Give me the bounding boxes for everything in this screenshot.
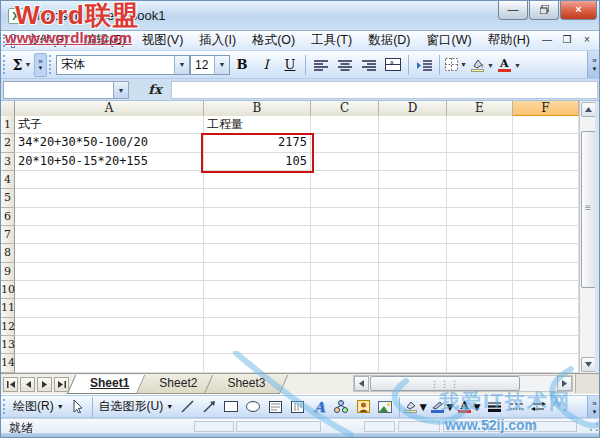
cell-A7[interactable] <box>15 226 204 244</box>
maximize-button[interactable] <box>529 1 559 20</box>
cell-D9[interactable] <box>379 263 447 281</box>
scroll-left-button[interactable] <box>354 376 369 391</box>
menu-item-T[interactable]: 工具(T) <box>303 30 360 51</box>
menu-item-O[interactable]: 格式(O) <box>244 30 303 51</box>
column-header-D[interactable]: D <box>379 101 447 117</box>
cell-F5[interactable] <box>513 189 579 207</box>
cell-A6[interactable] <box>15 208 204 226</box>
cell-E9[interactable] <box>447 263 513 281</box>
menu-item-V[interactable]: 视图(V) <box>134 30 192 51</box>
cell-D8[interactable] <box>379 244 447 262</box>
dash-style-button[interactable] <box>507 397 527 416</box>
cell-C1[interactable] <box>311 116 379 134</box>
name-box-dropdown[interactable]: ▼ <box>114 81 129 99</box>
close-button[interactable]: × <box>560 1 597 20</box>
cell-B8[interactable] <box>204 244 311 262</box>
cell-A8[interactable] <box>15 244 204 262</box>
cell-B12[interactable] <box>204 318 311 336</box>
dropdown-arrow-icon[interactable]: ▼ <box>417 400 429 414</box>
column-header-F[interactable]: F <box>513 101 579 117</box>
row-header-1[interactable]: 1 <box>1 116 15 134</box>
cell-C7[interactable] <box>311 226 379 244</box>
increase-indent-button[interactable] <box>413 54 435 76</box>
cell-D2[interactable] <box>379 134 447 152</box>
cell-F3[interactable] <box>513 153 579 171</box>
cell-C5[interactable] <box>311 189 379 207</box>
toolbar-options-button[interactable]: » ▼ <box>587 396 600 419</box>
cell-D3[interactable] <box>379 153 447 171</box>
cell-F9[interactable] <box>513 263 579 281</box>
rectangle-button[interactable] <box>221 397 241 416</box>
cell-B2[interactable]: 2175 <box>204 134 311 152</box>
select-objects-button[interactable] <box>68 397 88 416</box>
borders-button[interactable]: ▼ <box>444 54 468 76</box>
cell-D12[interactable] <box>379 318 447 336</box>
child-restore-button[interactable]: ❐ <box>558 33 576 48</box>
toolbar-grip[interactable] <box>49 55 54 74</box>
cell-B11[interactable] <box>204 299 311 317</box>
cell-E3[interactable] <box>447 153 513 171</box>
menu-item-F[interactable]: 文件(F) <box>19 30 76 51</box>
row-header-4[interactable]: 4 <box>1 171 15 189</box>
row-header-10[interactable]: 10 <box>1 281 15 299</box>
diagram-button[interactable] <box>331 397 351 416</box>
cell-F6[interactable] <box>513 208 579 226</box>
child-minimize-button[interactable]: — <box>538 33 556 48</box>
column-header-A[interactable]: A <box>15 101 204 117</box>
cell-B6[interactable] <box>204 208 311 226</box>
cell-C13[interactable] <box>311 336 379 354</box>
cell-A2[interactable]: 34*20+30*50-100/20 <box>15 134 204 152</box>
shape-fill-color-button[interactable]: ▼ <box>404 397 429 416</box>
cell-E1[interactable] <box>447 116 513 134</box>
child-close-button[interactable]: × <box>578 33 596 48</box>
toolbar-grip[interactable] <box>3 34 5 47</box>
column-header-B[interactable]: B <box>204 101 311 117</box>
cell-C14[interactable] <box>311 354 379 372</box>
cell-C12[interactable] <box>311 318 379 336</box>
cell-C3[interactable] <box>311 153 379 171</box>
cell-B7[interactable] <box>204 226 311 244</box>
clip-art-button[interactable] <box>353 397 373 416</box>
cell-A10[interactable] <box>15 281 204 299</box>
cell-B10[interactable] <box>204 281 311 299</box>
row-header-2[interactable]: 2 <box>1 134 15 152</box>
cell-E12[interactable] <box>447 318 513 336</box>
cell-D10[interactable] <box>379 281 447 299</box>
align-right-button[interactable] <box>358 54 380 76</box>
cell-F1[interactable] <box>513 116 579 134</box>
autoshapes-menu-button[interactable]: 自选图形(U) ▼ <box>96 398 177 415</box>
column-header-E[interactable]: E <box>447 101 513 117</box>
font-color-button[interactable]: A ▼ <box>497 54 522 76</box>
cell-F8[interactable] <box>513 244 579 262</box>
toolbar-options-button[interactable]: » ▼ <box>587 51 600 78</box>
font-name-select[interactable]: 宋体 ▼ <box>56 55 190 75</box>
sheet-tab-sheet3[interactable]: Sheet3 <box>212 374 280 394</box>
prev-sheet-button[interactable] <box>20 377 35 392</box>
cell-B13[interactable] <box>204 336 311 354</box>
row-header-12[interactable]: 12 <box>1 318 15 336</box>
dropdown-arrow-icon[interactable]: ▼ <box>460 61 467 68</box>
cell-E7[interactable] <box>447 226 513 244</box>
toolbar-options-button[interactable]: » ▼ <box>34 53 47 77</box>
shape-font-color-button[interactable]: A▼ <box>458 397 483 416</box>
next-sheet-button[interactable] <box>37 377 52 392</box>
vertical-text-box-button[interactable] <box>287 397 307 416</box>
row-header-7[interactable]: 7 <box>1 226 15 244</box>
cell-E5[interactable] <box>447 189 513 207</box>
dropdown-arrow-icon[interactable]: ▼ <box>487 62 494 69</box>
column-header-C[interactable]: C <box>311 101 379 117</box>
scroll-right-button[interactable] <box>557 376 572 391</box>
row-header-5[interactable]: 5 <box>1 189 15 207</box>
row-header-6[interactable]: 6 <box>1 208 15 226</box>
cell-B3[interactable]: 105 <box>204 153 311 171</box>
cell-B9[interactable] <box>204 263 311 281</box>
cell-B14[interactable] <box>204 354 311 372</box>
workbook-icon[interactable] <box>11 34 15 48</box>
cell-B4[interactable] <box>204 171 311 189</box>
insert-picture-button[interactable] <box>375 397 395 416</box>
menu-item-D[interactable]: 数据(D) <box>360 30 418 51</box>
cell-E6[interactable] <box>447 208 513 226</box>
formula-input[interactable] <box>171 81 598 99</box>
cell-E4[interactable] <box>447 171 513 189</box>
cell-D5[interactable] <box>379 189 447 207</box>
